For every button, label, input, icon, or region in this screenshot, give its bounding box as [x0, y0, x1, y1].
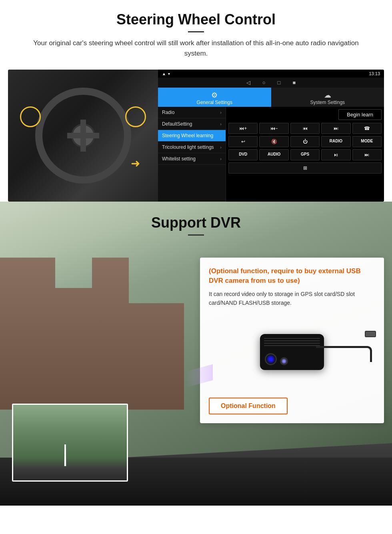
- prev-icon: ⏮: [303, 126, 308, 131]
- gear-icon: ⚙: [160, 91, 270, 100]
- steering-wheel-ring: [35, 88, 131, 184]
- mute-icon: 🔇: [271, 139, 277, 144]
- steering-title: Steering Wheel Control: [16, 11, 376, 28]
- menu-item-tricolour[interactable]: Tricoloured light settings ›: [158, 142, 226, 153]
- nav-home-icon[interactable]: ○: [260, 79, 268, 86]
- menu-whitelist-label: Whitelist setting: [162, 156, 196, 162]
- steering-photo: ➜: [8, 70, 158, 202]
- menu-item-whitelist[interactable]: Whitelist setting ›: [158, 153, 226, 165]
- steering-subtitle: Your original car's steering wheel contr…: [32, 38, 360, 58]
- nav-menu-icon[interactable]: ■: [290, 79, 298, 86]
- steering-section: Steering Wheel Control Your original car…: [0, 0, 392, 202]
- ctrl-playprev[interactable]: ⏯: [321, 149, 350, 160]
- chevron-icon: ›: [220, 145, 222, 150]
- menu-tricolour-label: Tricoloured light settings: [162, 144, 214, 150]
- signal-icon: ▲: [162, 72, 166, 76]
- ctrl-ffwd[interactable]: ⏭: [352, 149, 382, 160]
- extra-icon: ⊞: [303, 165, 307, 171]
- vent-line: [264, 340, 320, 341]
- ctrl-dvd[interactable]: DVD: [228, 149, 258, 160]
- dvr-section: Support DVR (Optional function, require …: [0, 202, 392, 506]
- menu-controls-area: Radio › DefaultSetting › Steering Wheel …: [158, 107, 384, 202]
- sw-circle-left: [20, 106, 41, 127]
- dvr-description: It can record video only to storage in G…: [209, 290, 375, 308]
- dvr-title-area: Support DVR: [0, 202, 392, 240]
- menu-item-radio[interactable]: Radio ›: [158, 107, 226, 118]
- tab-system-settings[interactable]: ☁ System Settings: [271, 88, 384, 107]
- ctrl-phone[interactable]: ☎: [352, 123, 382, 134]
- hangup-icon: ↩: [241, 139, 245, 144]
- menu-steering-label: Steering Wheel learning: [162, 133, 213, 138]
- cloud-icon: ☁: [273, 91, 383, 100]
- ctrl-row-4: ⊞: [228, 162, 382, 174]
- tab-system-label: System Settings: [310, 100, 345, 105]
- ctrl-radio[interactable]: RADIO: [321, 136, 350, 147]
- ctrl-hangup[interactable]: ↩: [228, 136, 258, 147]
- left-menu: Radio › DefaultSetting › Steering Wheel …: [158, 107, 226, 202]
- optional-function-button[interactable]: Optional Function: [209, 398, 288, 414]
- sw-circle-right: [125, 106, 146, 127]
- nav-buttons-row: ◁ ○ □ ■: [158, 78, 384, 88]
- menu-radio-label: Radio: [162, 110, 174, 115]
- ctrl-mute[interactable]: 🔇: [259, 136, 288, 147]
- begin-learn-row: Begin learn: [228, 109, 382, 121]
- nav-recents-icon[interactable]: □: [275, 79, 283, 86]
- ctrl-gps[interactable]: GPS: [290, 149, 320, 160]
- dvr-camera-image: [209, 312, 375, 392]
- camera-cable: [316, 346, 372, 362]
- nav-back-icon[interactable]: ◁: [244, 79, 253, 86]
- ctrl-vol-up[interactable]: ⏮+: [228, 123, 258, 134]
- begin-learn-button[interactable]: Begin learn: [338, 109, 382, 120]
- play-prev-icon: ⏯: [334, 152, 338, 158]
- camera-vents: [264, 338, 320, 346]
- dvr-title: Support DVR: [16, 214, 376, 231]
- ctrl-next[interactable]: ⏭: [321, 123, 350, 134]
- steering-title-area: Steering Wheel Control Your original car…: [0, 0, 392, 62]
- sw-spoke-vertical: [80, 120, 86, 152]
- vent-line: [264, 345, 320, 346]
- ctrl-row-2: ↩ 🔇 ⏻ RADIO MODE: [228, 136, 382, 147]
- vol-down-icon: ⏮−: [270, 126, 278, 131]
- status-time: 13:13: [369, 71, 380, 76]
- right-controls: Begin learn ⏮+ ⏮− ⏮ ⏭ ☎ ↩ 🔇 ⏻: [226, 107, 384, 202]
- vent-line: [264, 338, 320, 339]
- tab-bar: ⚙ General Settings ☁ System Settings: [158, 88, 384, 107]
- vol-up-icon: ⏮+: [239, 126, 247, 131]
- usb-connector: [365, 331, 376, 337]
- dvr-optional-title: (Optional function, require to buy exter…: [209, 266, 375, 286]
- phone-icon: ☎: [364, 126, 370, 131]
- camera-body: [260, 334, 324, 370]
- chevron-icon: ›: [220, 122, 222, 126]
- title-divider: [188, 31, 204, 32]
- menu-item-steering[interactable]: Steering Wheel learning ›: [158, 130, 226, 142]
- wifi-icon: ▾: [168, 72, 170, 76]
- dvr-divider: [188, 234, 204, 236]
- sw-arrow: ➜: [131, 157, 140, 170]
- ctrl-mode[interactable]: MODE: [352, 136, 382, 147]
- camera-lens-main: [265, 353, 277, 365]
- ctrl-row-3: DVD AUDIO GPS ⏯ ⏭: [228, 149, 382, 160]
- dvr-small-camera-view: [12, 404, 128, 482]
- camera-lens-secondary: [280, 357, 288, 365]
- ctrl-prev[interactable]: ⏮: [290, 123, 320, 134]
- dvr-info-card: (Optional function, require to buy exter…: [200, 258, 384, 423]
- menu-item-default[interactable]: DefaultSetting ›: [158, 118, 226, 130]
- android-ui: ▲ ▾ 13:13 ◁ ○ □ ■ ⚙ General Settings ☁: [158, 70, 384, 202]
- ctrl-row-1: ⏮+ ⏮− ⏮ ⏭ ☎: [228, 123, 382, 134]
- ctrl-power[interactable]: ⏻: [290, 136, 320, 147]
- chevron-icon: ›: [220, 133, 222, 138]
- chevron-icon: ›: [220, 156, 222, 161]
- menu-default-label: DefaultSetting: [162, 121, 192, 127]
- next-icon: ⏭: [334, 126, 338, 131]
- ctrl-audio[interactable]: AUDIO: [259, 149, 288, 160]
- ctrl-vol-down[interactable]: ⏮−: [259, 123, 288, 134]
- steering-composite: ➜ ▲ ▾ 13:13 ◁ ○ □ ■ ⚙: [8, 70, 384, 202]
- ctrl-extra[interactable]: ⊞: [228, 162, 382, 174]
- dvr-small-inner: [13, 405, 127, 480]
- chevron-icon: ›: [220, 110, 222, 115]
- power-icon: ⏻: [303, 139, 308, 144]
- road-line: [64, 444, 66, 466]
- tab-general-label: General Settings: [197, 100, 232, 105]
- tab-general-settings[interactable]: ⚙ General Settings: [158, 88, 271, 107]
- status-left-icons: ▲ ▾: [162, 72, 170, 76]
